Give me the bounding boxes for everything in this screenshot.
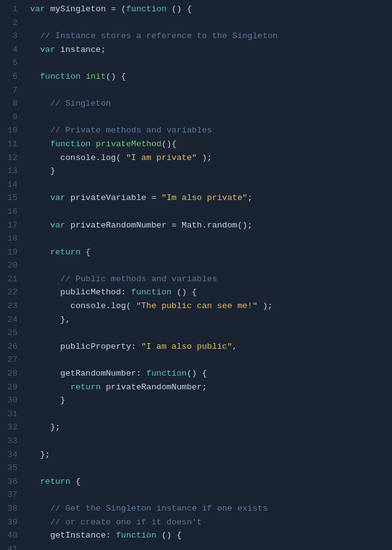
line-number: 7: [2, 84, 17, 98]
line-number-column: 1234567891011121314151617181920212223242…: [0, 2, 22, 550]
line-number: 6: [2, 70, 17, 84]
code-line: var mySingleton = (function () {: [30, 2, 392, 16]
line-number: 15: [2, 191, 17, 205]
token: () {: [157, 531, 182, 540]
code-line: getRandomNumber: function() {: [30, 367, 392, 381]
code-line: var privateVariable = "Im also private";: [30, 191, 392, 205]
token: ,: [232, 342, 237, 351]
line-number: 9: [2, 111, 17, 124]
line-number: 40: [2, 529, 17, 542]
code-line: [30, 259, 392, 272]
code-line: [30, 353, 392, 367]
token: );: [197, 153, 212, 162]
token: console.log(: [30, 301, 136, 311]
line-number: 28: [2, 367, 17, 381]
code-line: }: [30, 394, 392, 408]
token: mySingleton = (: [45, 4, 126, 14]
token: var: [50, 193, 65, 202]
token: // Get the Singleton instance if one exi…: [30, 504, 268, 513]
line-number: 26: [2, 340, 17, 354]
line-number: 14: [2, 178, 17, 192]
line-number: 4: [2, 43, 17, 57]
line-number: 16: [2, 205, 17, 219]
line-number: 33: [2, 434, 17, 448]
code-line: publicMethod: function () {: [30, 286, 392, 299]
line-number: 5: [2, 56, 17, 70]
token: ;: [247, 193, 252, 202]
code-line: };: [30, 421, 392, 434]
token: instance;: [56, 45, 106, 54]
line-number: 25: [2, 326, 17, 340]
token: () {: [172, 288, 197, 297]
code-line: function init() {: [30, 70, 392, 84]
code-line: // Private methods and variables: [30, 124, 392, 138]
code-line: publicProperty: "I am also public",: [30, 340, 392, 354]
code-line: [30, 434, 392, 448]
token: function: [116, 531, 157, 540]
line-number: 19: [2, 246, 17, 259]
code-line: var instance;: [30, 43, 392, 57]
token: // Public methods and variables: [30, 274, 217, 284]
line-number: 31: [2, 408, 17, 421]
token: (){: [162, 139, 177, 149]
code-line: [30, 56, 392, 70]
token: "Im also private": [162, 193, 248, 202]
code-line: [30, 16, 392, 30]
code-line: [30, 205, 392, 219]
line-number: 12: [2, 151, 17, 165]
token: privateRandomNumber = Math.random();: [66, 221, 253, 230]
code-line: },: [30, 313, 392, 327]
line-number: 38: [2, 502, 17, 516]
line-number: 20: [2, 259, 17, 272]
token: function: [50, 139, 91, 149]
token: var: [50, 221, 65, 230]
code-content: var mySingleton = (function () { // Inst…: [22, 2, 392, 550]
line-number: 36: [2, 475, 17, 489]
code-line: [30, 542, 392, 550]
code-line: console.log( "The public can see me!" );: [30, 299, 392, 313]
token: function: [146, 369, 187, 378]
token: privateMethod: [96, 139, 161, 149]
code-line: console.log( "I am private" );: [30, 151, 392, 165]
line-number: 17: [2, 219, 17, 232]
code-line: [30, 232, 392, 246]
token: publicProperty:: [30, 342, 141, 351]
line-number: 21: [2, 272, 17, 286]
code-line: [30, 408, 392, 421]
line-number: 30: [2, 394, 17, 408]
code-line: [30, 84, 392, 98]
token: [30, 382, 71, 392]
token: };: [30, 422, 61, 432]
token: () {: [167, 4, 192, 14]
code-line: // or create one if it doesn't: [30, 516, 392, 529]
token: // Instance stores a reference to the Si…: [30, 31, 278, 41]
line-number: 8: [2, 97, 17, 111]
code-line: // Instance stores a reference to the Si…: [30, 29, 392, 43]
code-line: function privateMethod(){: [30, 138, 392, 151]
code-line: return {: [30, 475, 392, 489]
token: [30, 139, 50, 149]
code-line: [30, 461, 392, 475]
token: getInstance:: [30, 531, 116, 540]
token: [30, 45, 40, 54]
line-number: 39: [2, 516, 17, 529]
token: }: [30, 166, 56, 176]
token: return: [40, 477, 71, 486]
token: {: [71, 477, 81, 486]
line-number: 18: [2, 232, 17, 246]
line-number: 41: [2, 542, 17, 550]
code-line: };: [30, 448, 392, 462]
token: // Private methods and variables: [30, 126, 212, 135]
token: () {: [106, 72, 126, 81]
line-number: 27: [2, 353, 17, 367]
code-line: // Singleton: [30, 97, 392, 111]
line-number: 24: [2, 313, 17, 327]
token: console.log(: [30, 153, 126, 162]
code-line: [30, 111, 392, 124]
token: // Singleton: [30, 99, 111, 108]
code-line: getInstance: function () {: [30, 529, 392, 542]
line-number: 34: [2, 448, 17, 462]
code-line: [30, 488, 392, 502]
token: var: [40, 45, 55, 54]
line-number: 2: [2, 16, 17, 30]
